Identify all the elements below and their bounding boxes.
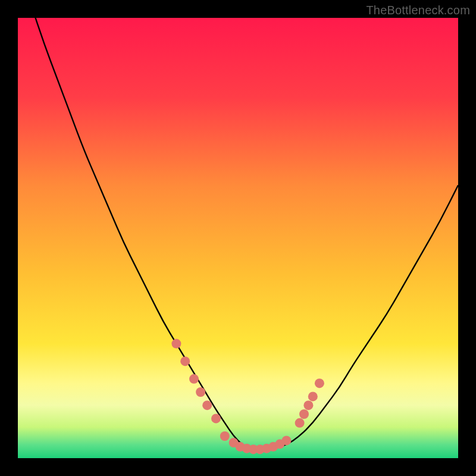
marker-dot bbox=[295, 418, 305, 428]
marker-dot bbox=[189, 374, 199, 384]
marker-dot bbox=[220, 431, 230, 441]
marker-dot bbox=[315, 378, 324, 388]
marker-dot bbox=[202, 400, 212, 410]
marker-dot bbox=[308, 392, 318, 401]
marker-dot bbox=[180, 356, 190, 366]
bottleneck-curve bbox=[18, 0, 458, 449]
plot-area bbox=[18, 18, 458, 458]
marker-dot bbox=[303, 400, 313, 410]
chart-frame: TheBottleneck.com bbox=[0, 0, 476, 476]
marker-dot bbox=[211, 414, 221, 423]
chart-svg bbox=[18, 18, 458, 458]
marker-dot bbox=[196, 387, 205, 397]
watermark-text: TheBottleneck.com bbox=[366, 4, 470, 17]
marker-dot bbox=[299, 409, 309, 419]
marker-dot bbox=[281, 436, 291, 445]
marker-dot bbox=[171, 339, 181, 349]
